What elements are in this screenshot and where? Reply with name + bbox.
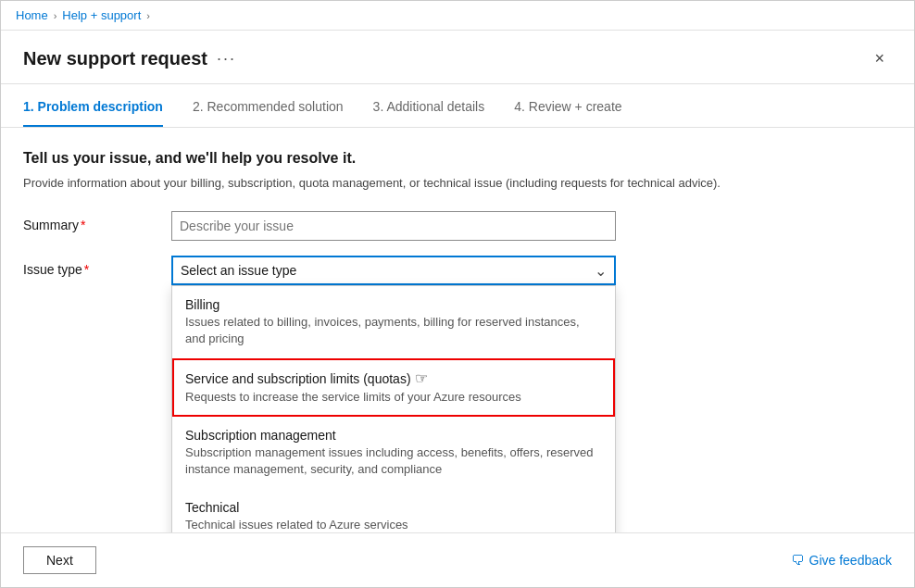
dropdown-item-technical[interactable]: TechnicalTechnical issues related to Azu… <box>172 489 615 532</box>
content-area: Tell us your issue, and we'll help you r… <box>1 128 914 532</box>
dropdown-item-desc-quotas: Requests to increase the service limits … <box>185 389 602 406</box>
summary-row: Summary* <box>23 211 892 241</box>
steps-bar: 1. Problem description 2. Recommended so… <box>1 84 914 128</box>
issue-type-label: Issue type* <box>23 256 171 277</box>
step-recommended-solution[interactable]: 2. Recommended solution <box>193 99 344 127</box>
panel-ellipsis[interactable]: ··· <box>217 49 236 69</box>
next-button[interactable]: Next <box>23 546 96 574</box>
summary-control <box>171 211 616 241</box>
feedback-label: Give feedback <box>809 553 893 568</box>
breadcrumb-home[interactable]: Home <box>16 8 48 22</box>
section-title: Tell us your issue, and we'll help you r… <box>23 150 892 167</box>
breadcrumb-sep2: › <box>146 10 150 21</box>
summary-label: Summary* <box>23 211 171 232</box>
dropdown-item-title-technical: Technical <box>185 500 602 515</box>
issue-type-row: Issue type* Select an issue type Billing… <box>23 256 892 285</box>
section-desc: Provide information about your billing, … <box>23 174 892 193</box>
breadcrumb-support[interactable]: Help + support <box>62 8 141 22</box>
dropdown-menu: BillingIssues related to billing, invoic… <box>171 285 616 533</box>
support-panel: New support request ··· × 1. Problem des… <box>1 31 914 587</box>
dropdown-item-quotas[interactable]: Service and subscription limits (quotas)… <box>172 358 615 417</box>
dropdown-item-billing[interactable]: BillingIssues related to billing, invoic… <box>172 286 615 358</box>
breadcrumb-sep1: › <box>54 10 57 21</box>
dropdown-item-desc-technical: Technical issues related to Azure servic… <box>185 517 602 532</box>
dropdown-item-title-subscription: Subscription management <box>185 428 602 443</box>
dropdown-item-title-billing: Billing <box>185 297 602 312</box>
dropdown-item-subscription[interactable]: Subscription managementSubscription mana… <box>172 417 615 489</box>
panel-title: New support request <box>23 48 207 69</box>
step-additional-details[interactable]: 3. Additional details <box>373 99 485 127</box>
step-review-create[interactable]: 4. Review + create <box>514 99 621 127</box>
summary-required: * <box>81 218 85 232</box>
issue-type-control: Select an issue type BillingIssues relat… <box>171 256 616 285</box>
panel-header: New support request ··· × <box>1 31 914 84</box>
summary-input[interactable] <box>171 211 616 241</box>
dropdown-item-title-quotas: Service and subscription limits (quotas)… <box>185 369 602 387</box>
breadcrumb-bar: Home › Help + support › <box>1 1 914 31</box>
dropdown-item-desc-subscription: Subscription management issues including… <box>185 444 602 478</box>
dropdown-item-desc-billing: Issues related to billing, invoices, pay… <box>185 314 602 347</box>
panel-title-area: New support request ··· <box>23 48 236 69</box>
feedback-icon: 🗨 <box>791 553 804 568</box>
give-feedback-button[interactable]: 🗨 Give feedback <box>791 553 893 568</box>
panel-footer: Next 🗨 Give feedback <box>1 532 914 587</box>
step-problem-description[interactable]: 1. Problem description <box>23 99 163 127</box>
issue-type-required: * <box>84 262 89 277</box>
close-button[interactable]: × <box>867 45 892 72</box>
issue-type-select-wrapper: Select an issue type <box>171 256 616 285</box>
cursor-hand-icon: ☞ <box>415 369 428 387</box>
issue-type-select[interactable]: Select an issue type <box>171 256 616 285</box>
